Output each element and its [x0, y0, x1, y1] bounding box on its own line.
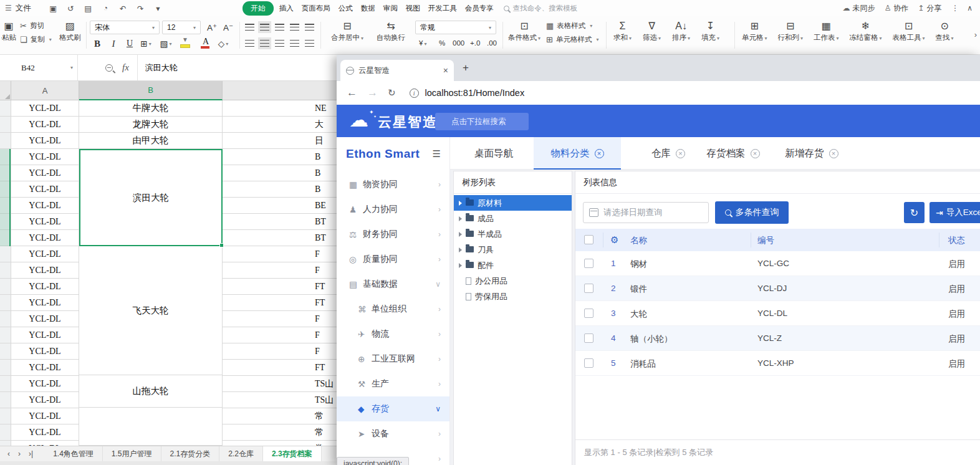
refresh-button[interactable]: ↻ [904, 202, 925, 223]
wrap-text-button[interactable]: ⇆自动换行 [373, 20, 409, 42]
cell[interactable]: 大 [223, 117, 349, 133]
row-checkbox[interactable] [584, 358, 593, 368]
ribbon-tab-page-layout[interactable]: 页面布局 [299, 2, 333, 14]
grow-font-button[interactable]: A⁺ [204, 21, 219, 34]
tab-new-inventory[interactable]: 新增存货 [777, 137, 847, 170]
cell[interactable]: YCL-DL [11, 214, 79, 230]
ribbon-tab-member[interactable]: 会员专享 [463, 2, 496, 14]
decrease-decimal-button[interactable]: .00 [487, 39, 497, 47]
轴（小轮）[interactable]: 4 轴（小轮） YCL-Z 启用 [575, 326, 980, 351]
text-orientation-button[interactable] [303, 37, 316, 49]
column-header-a[interactable]: A [11, 81, 79, 100]
cell[interactable]: YCL-DL [11, 181, 79, 198]
tab-close-icon[interactable] [751, 149, 760, 158]
file-menu[interactable]: 文件 [16, 3, 31, 14]
ribbon-tab-view[interactable]: 视图 [403, 2, 423, 14]
cell[interactable]: F [223, 246, 349, 262]
redo-icon[interactable]: ↷ [136, 4, 145, 13]
sheet-nav-arrow[interactable]: ‹ [7, 449, 10, 458]
cell[interactable]: YCL-DL [11, 327, 79, 343]
消耗品[interactable]: 5 消耗品 YCL-XHP 启用 [575, 351, 980, 376]
eraser-button[interactable]: ◇ [216, 37, 231, 50]
row-checkbox[interactable] [584, 309, 593, 318]
row-number[interactable]: 2 [611, 284, 616, 293]
cell[interactable]: YCL-DL [11, 295, 79, 311]
cell[interactable]: B [223, 181, 349, 198]
sidebar-item-iiot[interactable]: ⊕ 工业互联网 › [337, 347, 449, 372]
cell[interactable]: YCL-DL [11, 408, 79, 424]
date-filter-input[interactable]: 请选择日期查询 [583, 202, 709, 223]
cell[interactable]: 日 [223, 133, 349, 149]
row-number[interactable]: 4 [611, 333, 616, 343]
decrease-indent-button[interactable] [288, 21, 301, 33]
cell[interactable]: FT [223, 295, 349, 311]
multi-condition-query-button[interactable]: 多条件查询 [715, 201, 789, 224]
row-checkbox[interactable] [584, 259, 593, 268]
sheet-nav-arrow[interactable]: › [18, 449, 21, 458]
tab-material-category[interactable]: 物料分类 [534, 137, 621, 170]
command-search[interactable]: 查找命令、搜索模板 [504, 4, 578, 13]
site-info-icon[interactable]: i [410, 89, 419, 98]
row-checkbox[interactable] [584, 333, 593, 343]
fill-button[interactable]: ↧填充 [701, 20, 719, 42]
tab-close-icon[interactable] [595, 149, 604, 158]
number-format-select[interactable]: 常规 [415, 21, 496, 34]
align-middle-button[interactable] [258, 21, 271, 33]
row-headers[interactable] [0, 100, 11, 446]
justify-button[interactable] [288, 37, 301, 49]
cut-button[interactable]: ✂剪切 [20, 21, 52, 31]
ribbon-tab-review[interactable]: 审阅 [381, 2, 400, 14]
cell[interactable]: YCL-DL [11, 360, 79, 376]
column-header-c[interactable] [223, 81, 349, 100]
sheet-tab-inventory-category[interactable]: 2.1存货分类 [161, 446, 220, 461]
sidebar-item-finance-collab[interactable]: ⚖ 财务协同 › [337, 222, 449, 247]
filter-button[interactable]: ∇筛选 [643, 20, 661, 42]
cell[interactable]: YCL-DL [11, 376, 79, 392]
cell[interactable]: YCL-DL [11, 149, 79, 165]
tree-node-finished[interactable]: 成品 [454, 211, 572, 226]
more-menu-icon[interactable]: ⋮ [951, 4, 959, 12]
row-checkbox[interactable] [584, 284, 593, 293]
fx-icon[interactable]: fx [122, 62, 129, 73]
cell[interactable]: 常 [223, 424, 349, 441]
align-bottom-button[interactable] [273, 21, 286, 33]
cell[interactable]: YCL-DL [11, 230, 79, 246]
save-icon[interactable]: ▣ [49, 4, 58, 13]
cell[interactable]: F [223, 343, 349, 360]
print-preview-icon[interactable]: ◔ [101, 4, 110, 12]
cell[interactable]: YCL-DL [11, 343, 79, 360]
大轮[interactable]: 3 大轮 YCL-DL 启用 [575, 301, 980, 326]
import-excel-button[interactable]: ⇥ 导入Excel [930, 202, 980, 223]
cell[interactable]: YCL-DL [11, 100, 79, 117]
sheet-tab-warehouse[interactable]: 2.2仓库 [219, 446, 263, 461]
currency-button[interactable]: ¥ [419, 39, 426, 47]
align-left-button[interactable] [243, 37, 256, 49]
sheet-tab-inventory-archive[interactable]: 2.3存货档案 [263, 446, 322, 461]
cell[interactable]: YCL-DL [11, 246, 79, 262]
select-all-corner[interactable] [0, 81, 11, 100]
cell[interactable]: BT [223, 230, 349, 246]
cell[interactable]: FT [223, 279, 349, 295]
sort-button[interactable]: A↓排序 [672, 20, 690, 42]
ribbon-more-chevron[interactable]: › [974, 30, 977, 39]
sidebar-item-quality-collab[interactable]: ◎ 质量协同 › [337, 247, 449, 272]
tab-close-icon[interactable] [829, 149, 838, 158]
shrink-font-button[interactable]: A⁻ [221, 21, 236, 34]
cell[interactable]: YCL-DL [11, 198, 79, 214]
forward-icon[interactable]: → [367, 87, 378, 99]
caret-icon[interactable] [459, 201, 462, 206]
tree-node-office-supplies[interactable]: 办公用品 [454, 273, 572, 289]
column-header-b[interactable]: B [79, 81, 223, 100]
gear-icon[interactable]: ⚙ [610, 234, 618, 246]
cell[interactable]: YCL-DL [11, 165, 79, 181]
bold-button[interactable]: B [90, 37, 105, 50]
cell[interactable]: 滨田大轮 [79, 149, 223, 246]
caret-icon[interactable] [459, 232, 462, 237]
ribbon-tab-insert[interactable]: 插入 [277, 2, 296, 14]
undo-icon[interactable]: ↶ [118, 4, 128, 13]
more-icon[interactable]: ▾ [153, 4, 163, 13]
cell[interactable]: 飞天大轮 [79, 246, 223, 375]
cell[interactable]: NE [223, 100, 349, 117]
table-tools-button[interactable]: ⊡表格工具 [893, 20, 925, 42]
sheet-tab-roles[interactable]: 1.4角色管理 [44, 446, 103, 461]
